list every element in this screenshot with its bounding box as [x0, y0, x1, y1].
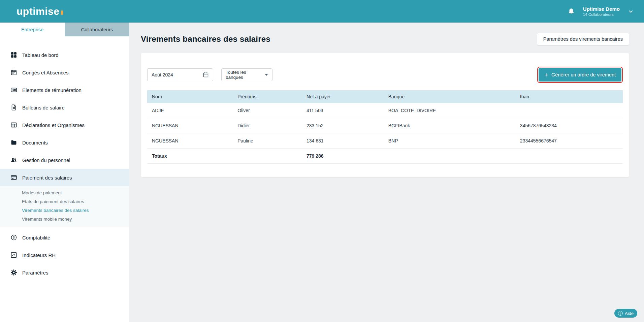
logo-mark-icon	[61, 10, 63, 15]
svg-text:$: $	[13, 235, 15, 239]
cell-nom: ADJE	[147, 103, 233, 118]
people-icon	[10, 157, 17, 163]
page-title: Virements bancaires des salaires	[141, 34, 270, 44]
cell-banque: BNP	[384, 133, 515, 149]
sidebar-item-parametres[interactable]: Paramètres	[0, 264, 129, 281]
bank-filter-select[interactable]: Toutes les banques	[221, 68, 272, 81]
sidebar-item-declarations-et-organismes[interactable]: Déclarations et Organismes	[0, 116, 129, 134]
notifications-bell-icon[interactable]	[568, 8, 575, 15]
logo-text: uptimise	[17, 6, 59, 17]
sidebar-item-indicateurs-rh[interactable]: Indicateurs RH	[0, 246, 129, 264]
table-row[interactable]: NGUESSAN Pauline 134 631 BNP 23344556676…	[147, 133, 623, 149]
cell-iban	[515, 103, 623, 118]
plus-icon: +	[544, 72, 548, 78]
sidebar-item-comptabilite[interactable]: $ Comptabilité	[0, 229, 129, 246]
tab-entreprise[interactable]: Entreprise	[0, 23, 65, 36]
totals-empty	[233, 149, 302, 164]
filters-row: Août 2024 Toutes les banques + Générer u…	[147, 67, 623, 83]
sidebar-item-tableau-de-bord[interactable]: Tableau de bord	[0, 46, 129, 64]
document-icon	[10, 104, 17, 111]
sidebar-subitem-virements-mobile-money[interactable]: Virements mobile money	[0, 215, 129, 223]
sidebar-item-conges-et-absences[interactable]: Congés et Absences	[0, 64, 129, 81]
sidebar-item-label: Elements de rémunération	[22, 87, 82, 93]
table-grid-icon	[10, 122, 17, 128]
sidebar-item-label: Congés et Absences	[22, 70, 69, 75]
sidebar-item-label: Indicateurs RH	[22, 252, 56, 258]
col-header-nom: Nom	[147, 90, 233, 103]
table-row[interactable]: ADJE Oliver 411 503 BOA_COTE_DIVOIRE	[147, 103, 623, 118]
sidebar-item-label: Tableau de bord	[22, 52, 59, 58]
sidebar-subitem-modes-de-paiement[interactable]: Modes de paiement	[0, 188, 129, 197]
cell-prenoms: Didier	[233, 118, 302, 133]
virements-card: Août 2024 Toutes les banques + Générer u…	[141, 53, 629, 177]
sidebar-subitem-virements-bancaires[interactable]: Virements bancaires des salaires	[0, 206, 129, 215]
calendar-icon[interactable]	[203, 72, 209, 78]
sidebar-item-elements-de-remuneration[interactable]: Elements de rémunération	[0, 81, 129, 99]
folder-icon	[10, 139, 17, 146]
col-header-net-a-payer: Net à payer	[302, 90, 384, 103]
sidebar-subitem-etats-de-paiement[interactable]: Etats de paiement des salaires	[0, 197, 129, 206]
col-header-iban: Iban	[515, 90, 623, 103]
topbar-right: Uptimise Demo 14 Collaborateurs	[568, 6, 634, 17]
cell-net: 233 152	[302, 118, 384, 133]
virement-settings-button[interactable]: Paramètres des virements bancaires	[537, 33, 629, 45]
chart-icon	[10, 252, 17, 258]
cell-iban: 23344556676547	[515, 133, 623, 149]
cell-prenoms: Oliver	[233, 103, 302, 118]
cell-prenoms: Pauline	[233, 133, 302, 149]
sidebar-item-label: Paiement des salaires	[22, 175, 72, 181]
sidebar-item-label: Comptabilité	[22, 235, 50, 240]
sidebar-item-bulletins-de-salaire[interactable]: Bulletins de salaire	[0, 99, 129, 116]
sidebar-item-label: Gestion du personnel	[22, 157, 70, 163]
cell-nom: NGUESSAN	[147, 133, 233, 149]
dollar-circle-icon: $	[10, 234, 17, 241]
virements-table: Nom Prénoms Net à payer Banque Iban ADJE…	[147, 90, 623, 164]
totals-net: 779 286	[302, 149, 384, 164]
account-name: Uptimise Demo	[583, 6, 620, 12]
sidebar-item-label: Bulletins de salaire	[22, 105, 65, 110]
generate-transfer-order-button[interactable]: + Générer un ordre de virement	[539, 68, 621, 82]
table-row[interactable]: NGUESSAN Didier 233 152 BGFIBank 3456787…	[147, 118, 623, 133]
credit-card-icon	[10, 174, 17, 181]
cell-banque: BOA_COTE_DIVOIRE	[384, 103, 515, 118]
cell-nom: NGUESSAN	[147, 118, 233, 133]
cell-banque: BGFIBank	[384, 118, 515, 133]
caret-down-icon	[265, 74, 268, 76]
month-picker[interactable]: Août 2024	[147, 68, 213, 81]
help-label: Aide	[625, 311, 634, 316]
generate-transfer-order-label: Générer un ordre de virement	[551, 72, 616, 77]
month-picker-value: Août 2024	[152, 72, 173, 77]
cell-net: 134 631	[302, 133, 384, 149]
col-header-prenoms: Prénoms	[233, 90, 302, 103]
sidebar-item-gestion-du-personnel[interactable]: Gestion du personnel	[0, 151, 129, 169]
tab-collaborateurs[interactable]: Collaborateurs	[65, 23, 129, 36]
sidebar-tabs: Entreprise Collaborateurs	[0, 23, 129, 36]
remuneration-card-icon	[10, 87, 17, 93]
help-button[interactable]: ? Aide	[614, 309, 637, 318]
sidebar-item-paiement-des-salaires[interactable]: Paiement des salaires	[0, 169, 129, 186]
totals-label: Totaux	[147, 149, 233, 164]
col-header-banque: Banque	[384, 90, 515, 103]
calendar-icon	[10, 69, 17, 76]
table-header-row: Nom Prénoms Net à payer Banque Iban	[147, 90, 623, 103]
account-menu[interactable]: Uptimise Demo 14 Collaborateurs	[583, 6, 620, 17]
sidebar-item-label: Déclarations et Organismes	[22, 122, 85, 128]
cell-iban: 34567876543234	[515, 118, 623, 133]
sidebar-nav: Tableau de bord Congés et Absences Eleme…	[0, 36, 129, 281]
sidebar-submenu: Modes de paiement Etats de paiement des …	[0, 186, 129, 227]
totals-empty	[515, 149, 623, 164]
app-logo[interactable]: uptimise	[17, 6, 63, 17]
dashboard-icon	[10, 52, 17, 58]
sidebar: Entreprise Collaborateurs Tableau de bor…	[0, 23, 129, 322]
sidebar-item-label: Documents	[22, 140, 48, 146]
question-mark-icon: ?	[618, 311, 623, 316]
page-header: Virements bancaires des salaires Paramèt…	[141, 33, 629, 45]
gear-icon	[10, 269, 17, 276]
top-bar: uptimise Uptimise Demo 14 Collaborateurs	[0, 0, 644, 23]
cell-net: 411 503	[302, 103, 384, 118]
sidebar-item-documents[interactable]: Documents	[0, 134, 129, 151]
sidebar-item-label: Paramètres	[22, 270, 49, 276]
totals-row: Totaux 779 286	[147, 149, 623, 164]
totals-empty	[384, 149, 515, 164]
chevron-down-icon[interactable]	[628, 8, 634, 14]
